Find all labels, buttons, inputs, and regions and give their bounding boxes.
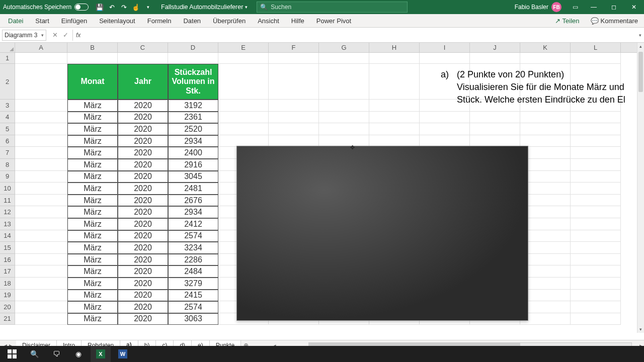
cell[interactable] (15, 112, 67, 124)
row-header[interactable]: 8 (0, 159, 15, 171)
row-header[interactable]: 11 (0, 195, 15, 207)
cell[interactable] (15, 265, 67, 278)
cell[interactable] (15, 278, 67, 290)
cell[interactable] (15, 290, 67, 302)
search-taskbar-icon[interactable]: 🔍 (24, 346, 44, 362)
row-header[interactable]: 18 (0, 278, 15, 290)
cell[interactable] (369, 112, 420, 124)
cell[interactable] (15, 147, 67, 159)
cell[interactable]: 2574 (168, 301, 218, 313)
cell[interactable] (520, 123, 571, 135)
cell[interactable] (218, 135, 269, 147)
row-header[interactable]: 3 (0, 100, 15, 112)
cell[interactable]: März (67, 100, 118, 112)
cell[interactable] (369, 100, 420, 112)
cell[interactable] (15, 159, 67, 171)
undo-icon[interactable]: ↶ (108, 3, 116, 11)
cell[interactable] (15, 123, 67, 135)
column-header[interactable]: F (269, 43, 319, 52)
cell[interactable] (369, 123, 420, 135)
row-header[interactable]: 19 (0, 290, 15, 302)
cell[interactable] (15, 313, 67, 325)
row-header[interactable]: 1 (0, 53, 15, 64)
cell[interactable] (319, 53, 369, 64)
scroll-thumb[interactable] (638, 52, 643, 92)
cell[interactable] (15, 254, 67, 266)
cell[interactable] (369, 64, 420, 100)
formula-input[interactable] (84, 30, 636, 41)
minimize-button[interactable]: — (584, 0, 604, 14)
ribbon-tab-überprüfen[interactable]: Überprüfen (207, 14, 252, 28)
cell[interactable]: März (67, 254, 118, 266)
cell[interactable] (269, 100, 319, 112)
cell[interactable]: 2020 (118, 254, 168, 266)
ribbon-tab-daten[interactable]: Daten (177, 14, 207, 28)
cell[interactable]: 2020 (118, 159, 168, 171)
cell[interactable]: 3234 (168, 242, 218, 254)
row-header[interactable]: 10 (0, 183, 15, 195)
ribbon-display-icon[interactable]: ▭ (567, 0, 584, 14)
cell[interactable]: 2020 (118, 171, 168, 183)
cell[interactable]: März (67, 290, 118, 302)
cell[interactable] (218, 53, 269, 64)
cell[interactable]: 2020 (118, 100, 168, 112)
accept-formula-icon[interactable]: ✓ (63, 31, 68, 39)
document-title[interactable]: Fallstudie Automobilzulieferer ▾ (156, 4, 253, 11)
cell[interactable]: 3045 (168, 171, 218, 183)
cell[interactable] (520, 53, 571, 64)
cell[interactable]: 2020 (118, 218, 168, 230)
cell[interactable]: 3279 (168, 278, 218, 290)
cell[interactable]: Monat (67, 64, 118, 100)
column-header[interactable]: H (369, 43, 420, 52)
cell[interactable]: März (67, 265, 118, 278)
cell[interactable] (571, 290, 621, 302)
name-box[interactable]: Diagramm 3 ▾ (2, 30, 46, 41)
cell[interactable] (420, 123, 470, 135)
column-header[interactable]: C (118, 43, 168, 52)
cell[interactable]: 2412 (168, 218, 218, 230)
cell[interactable]: 2020 (118, 313, 168, 325)
cell[interactable]: März (67, 242, 118, 254)
row-header[interactable]: 12 (0, 206, 15, 218)
cell[interactable]: 3192 (168, 100, 218, 112)
cell[interactable]: 2020 (118, 301, 168, 313)
cell[interactable] (470, 135, 520, 147)
cell[interactable]: Stückzahl Volumen in Stk. (168, 64, 218, 100)
cell[interactable] (319, 64, 369, 100)
vertical-scrollbar[interactable]: ▴ ▾ (637, 43, 644, 333)
cell[interactable] (15, 53, 67, 64)
cell[interactable]: März (67, 135, 118, 147)
cell[interactable]: 2484 (168, 265, 218, 278)
cell[interactable]: 2934 (168, 206, 218, 218)
cell[interactable] (571, 254, 621, 266)
row-header[interactable]: 6 (0, 135, 15, 147)
cell[interactable] (15, 242, 67, 254)
fx-icon[interactable]: fx (73, 32, 84, 39)
cell[interactable] (369, 135, 420, 147)
cell[interactable] (571, 112, 621, 124)
worksheet[interactable]: ABCDEFGHIJKL 123456789101112131415161718… (0, 43, 644, 340)
cell[interactable]: 2934 (168, 135, 218, 147)
column-header[interactable]: K (520, 43, 571, 52)
account-button[interactable]: Fabio Basler FB (510, 2, 567, 12)
scroll-up-icon[interactable]: ▴ (637, 43, 644, 50)
cell[interactable]: März (67, 313, 118, 325)
toggle-switch[interactable] (74, 4, 89, 11)
column-header[interactable]: J (470, 43, 520, 52)
row-header[interactable]: 14 (0, 230, 15, 242)
row-header[interactable]: 13 (0, 218, 15, 230)
cell[interactable] (571, 278, 621, 290)
cell[interactable] (15, 100, 67, 112)
app-icon-1[interactable]: 🗨 (46, 346, 66, 362)
cell[interactable] (218, 64, 269, 100)
cell[interactable] (15, 218, 67, 230)
cell[interactable]: 2361 (168, 112, 218, 124)
ribbon-tab-einfügen[interactable]: Einfügen (55, 14, 93, 28)
row-header[interactable]: 2 (0, 64, 15, 100)
cell[interactable] (470, 53, 520, 64)
cell[interactable] (218, 123, 269, 135)
cell[interactable] (571, 230, 621, 242)
cell[interactable] (319, 123, 369, 135)
cell[interactable]: 2574 (168, 230, 218, 242)
ribbon-tab-seitenlayout[interactable]: Seitenlayout (93, 14, 141, 28)
